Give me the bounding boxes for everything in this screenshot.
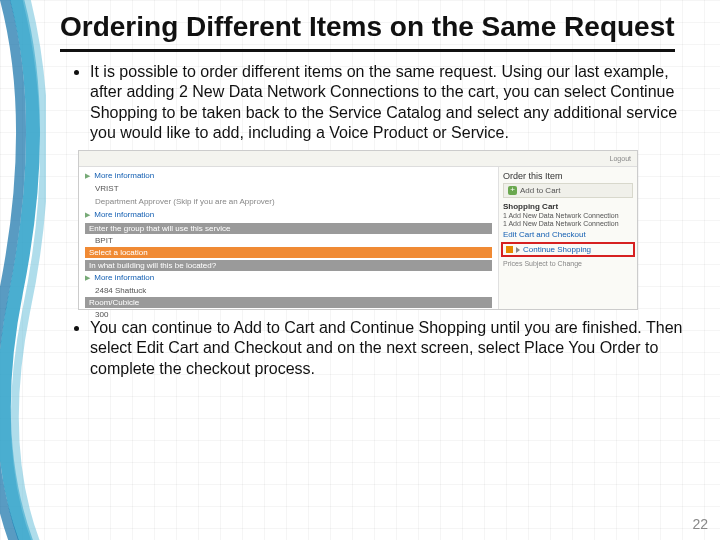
more-info-row[interactable]: ▶ More information <box>85 171 492 180</box>
title-wrap: Ordering Different Items on the Same Req… <box>60 12 696 52</box>
dept-approver-label: Department Approver (Skip if you are an … <box>95 197 275 206</box>
page-number: 22 <box>692 516 708 532</box>
content-area: Ordering Different Items on the Same Req… <box>60 12 696 528</box>
bullet-list-2: You can continue to Add to Cart and Cont… <box>60 318 696 379</box>
more-info-label-2: More information <box>94 210 154 219</box>
swoosh-graphic <box>0 0 46 540</box>
more-info-label-3: More information <box>94 273 154 282</box>
room-value: 300 <box>95 310 492 319</box>
expand-icon: ▶ <box>85 274 90 281</box>
add-to-cart-label: Add to Cart <box>520 186 560 195</box>
building-question-bar: In what building will this be located? <box>85 260 492 271</box>
embedded-screenshot: Logout ▶ More information VRIST Departme… <box>78 150 638 310</box>
select-location-text: Select a location <box>89 248 148 257</box>
left-decoration <box>0 0 46 540</box>
group-value: BPIT <box>95 236 492 245</box>
vrist-value: VRIST <box>95 184 492 193</box>
room-question-text: Room/Cubicle <box>89 298 139 307</box>
room-question-bar: Room/Cubicle <box>85 297 492 308</box>
slide: Ordering Different Items on the Same Req… <box>0 0 720 540</box>
shopping-cart-heading: Shopping Cart <box>503 202 633 211</box>
order-this-heading: Order this Item <box>503 171 633 181</box>
logout-link[interactable]: Logout <box>610 155 631 162</box>
continue-shopping-box[interactable]: Continue Shopping <box>501 242 635 257</box>
dept-approver-row[interactable]: Department Approver (Skip if you are an … <box>85 197 492 206</box>
group-question-text: Enter the group that will use this servi… <box>89 224 230 233</box>
expand-icon: ▶ <box>85 211 90 218</box>
group-question-bar: Enter the group that will use this servi… <box>85 223 492 234</box>
ss-topbar: Logout <box>79 151 637 167</box>
building-value: 2484 Shattuck <box>95 286 492 295</box>
prices-note: Prices Subject to Change <box>503 260 633 267</box>
add-to-cart-button[interactable]: + Add to Cart <box>503 183 633 198</box>
slide-title: Ordering Different Items on the Same Req… <box>60 12 675 52</box>
cart-item-2: 1 Add New Data Network Connection <box>503 220 633 228</box>
ss-cart-sidebar: Order this Item + Add to Cart Shopping C… <box>499 167 637 309</box>
edit-cart-checkout-link[interactable]: Edit Cart and Checkout <box>503 230 633 239</box>
continue-shopping-label: Continue Shopping <box>523 245 591 254</box>
cart-item-1: 1 Add New Data Network Connection <box>503 212 633 220</box>
bullet-list: It is possible to order different items … <box>60 62 696 144</box>
bullet-1: It is possible to order different items … <box>90 62 696 144</box>
more-info-label: More information <box>94 171 154 180</box>
orange-square-icon <box>506 246 513 253</box>
expand-icon: ▶ <box>85 172 90 179</box>
ss-form-area: ▶ More information VRIST Department Appr… <box>79 167 499 309</box>
select-location-bar: Select a location <box>85 247 492 258</box>
plus-icon: + <box>508 186 517 195</box>
building-more-info[interactable]: ▶ More information <box>85 273 492 282</box>
chevron-left-icon <box>516 247 520 253</box>
more-info-row-2[interactable]: ▶ More information <box>85 210 492 219</box>
building-question-text: In what building will this be located? <box>89 261 216 270</box>
bullet-2: You can continue to Add to Cart and Cont… <box>90 318 696 379</box>
